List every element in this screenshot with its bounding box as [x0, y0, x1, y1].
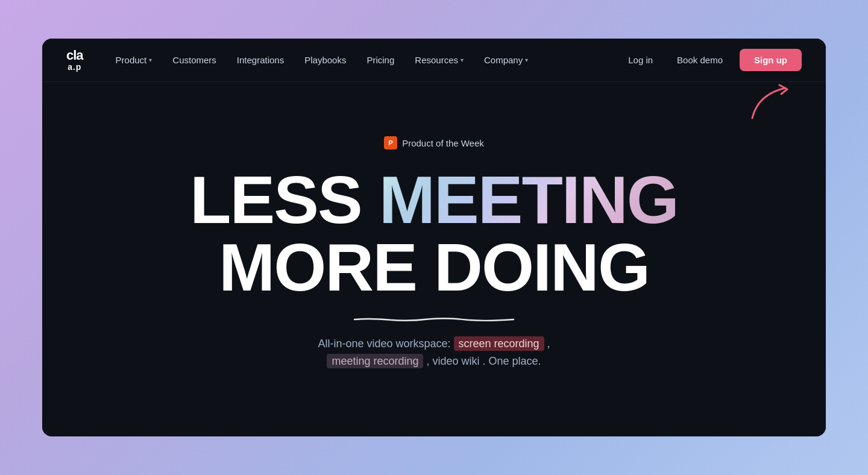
screen-recording-highlight: screen recording — [454, 336, 544, 351]
nav-item-resources[interactable]: Resources ▾ — [406, 50, 472, 70]
chevron-down-icon-resources: ▾ — [461, 57, 464, 63]
hero-description: All-in-one video workspace: screen recor… — [318, 335, 550, 370]
logo[interactable]: cla a.p — [66, 49, 83, 72]
headline-row2: MORE DOING — [190, 234, 678, 301]
nav-links: Product ▾ Customers Integrations Playboo… — [107, 50, 621, 70]
product-hunt-icon: P — [384, 136, 397, 149]
headline-less: LESS — [190, 162, 379, 238]
logo-sub: a.p — [68, 62, 81, 72]
headline-row1: LESS MEETING — [190, 166, 678, 234]
browser-window: cla a.p Product ▾ Customers Integrations… — [42, 39, 826, 436]
nav-item-company[interactable]: Company ▾ — [476, 50, 536, 70]
nav-item-pricing[interactable]: Pricing — [358, 50, 403, 70]
nav-item-product[interactable]: Product ▾ — [107, 50, 161, 70]
nav-actions: Log in Book demo Sign up — [621, 49, 802, 71]
chevron-down-icon: ▾ — [149, 57, 152, 63]
signup-button[interactable]: Sign up — [740, 49, 802, 71]
navbar: cla a.p Product ▾ Customers Integrations… — [42, 39, 826, 82]
book-demo-button[interactable]: Book demo — [670, 50, 730, 70]
hero-section: P Product of the Week LESS MEETING MORE … — [42, 82, 826, 436]
chevron-down-icon-company: ▾ — [525, 57, 528, 63]
badge-text: Product of the Week — [402, 138, 484, 148]
logo-text: cla — [66, 49, 83, 62]
login-button[interactable]: Log in — [621, 50, 660, 70]
meeting-recording-highlight: meeting recording — [327, 354, 423, 368]
underline-decoration — [332, 313, 536, 318]
product-badge: P Product of the Week — [384, 136, 484, 149]
hero-headline: LESS MEETING MORE DOING — [190, 166, 678, 301]
nav-item-customers[interactable]: Customers — [164, 50, 225, 70]
headline-meeting: MEETING — [379, 162, 678, 238]
nav-item-integrations[interactable]: Integrations — [228, 50, 292, 70]
nav-item-playbooks[interactable]: Playbooks — [296, 50, 354, 70]
